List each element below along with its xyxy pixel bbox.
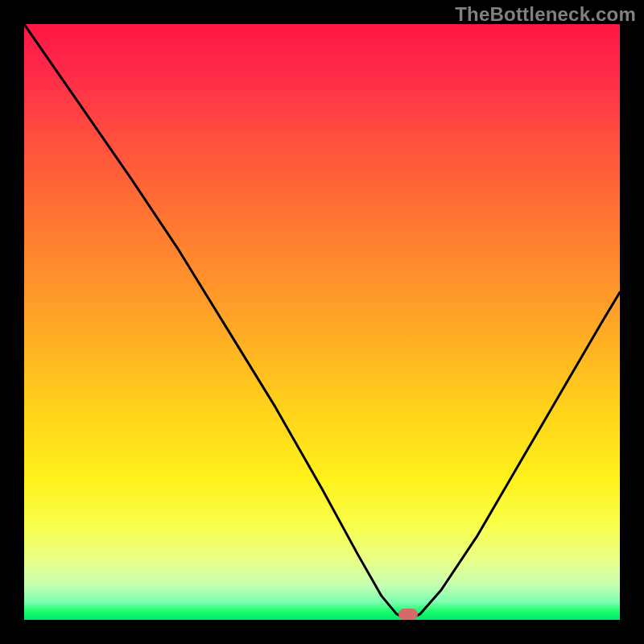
optimal-marker [398, 609, 418, 620]
chart-frame: TheBottleneck.com [0, 0, 644, 644]
plot-area [24, 24, 620, 620]
watermark-text: TheBottleneck.com [455, 3, 636, 26]
